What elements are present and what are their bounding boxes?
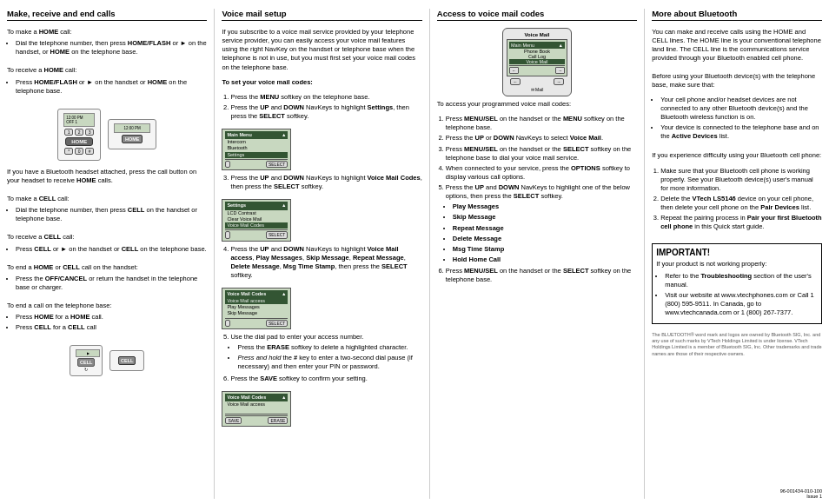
- col1-home-receive-list: Press HOME/FLASH or ► on the handset or …: [16, 78, 207, 96]
- home-button: HOME: [65, 137, 93, 146]
- screen-vma-input-title: Voice Mail Codes ▲: [225, 394, 288, 401]
- screen-row-clear: Clear Voice Mail: [225, 216, 288, 222]
- screen-softkeys-2: SELECT: [225, 229, 288, 239]
- page-ref-text: 96-001434-010-100Issue 1: [780, 488, 822, 499]
- col1-title: Make, receive and end calls: [7, 9, 207, 21]
- col1-bluetooth-text: If you have a Bluetooth headset attached…: [7, 168, 207, 185]
- important-bullets: Refer to the Troubleshooting section of …: [665, 272, 818, 318]
- col2-step2: Press the UP and DOWN NavKeys to highlig…: [230, 103, 421, 121]
- col2-screen-area-2: Settings ▲ LCD Contrast Clear Voice Mail…: [222, 199, 421, 241]
- screen-row-lcd: LCD Contrast: [225, 210, 288, 216]
- col1-cell-receive: To receive a CELL call: Press CELL or ► …: [7, 233, 207, 255]
- col4-diff-step2: Delete the VTech LS5146 device on your c…: [660, 195, 822, 212]
- col4-bullet2: Your device is connected to the telephon…: [660, 123, 822, 141]
- base-buttons: HOME: [114, 135, 150, 143]
- column-4: More about Bluetooth You can make and re…: [652, 9, 822, 499]
- handset-image-area: 12:00 PM OFF 1 1 2 3 HOME * 0 #: [7, 109, 207, 161]
- col2-screen-area-3: Voice Mail Codes ▲ Voice Mail access Pla…: [222, 288, 421, 329]
- page-ref: 96-001434-010-100Issue 1: [652, 485, 822, 499]
- cell-device-image-area: ▶ CELL ↻ CELL: [7, 345, 207, 376]
- col1-bluetooth-note: If you have a Bluetooth headset attached…: [7, 168, 207, 188]
- handset-keys: 1 2 3: [63, 129, 95, 136]
- screen-main-menu-title: Main Menu ▲: [225, 131, 288, 139]
- col2-screen-area: Main Menu ▲ Intercom Bluetooth Settings …: [222, 129, 421, 170]
- col2-step5: Use the dial pad to enter your access nu…: [230, 333, 421, 372]
- col4-para2: Before using your Bluetooth device(s) wi…: [652, 72, 822, 90]
- base-home-button: HOME: [122, 135, 143, 143]
- screen-vmc-title: Voice Mail Codes ▲: [225, 290, 288, 298]
- cell-button: CELL: [77, 358, 95, 367]
- important-intro: If your product is not working properly:: [656, 260, 818, 269]
- col2-title: Voice mail setup: [222, 9, 421, 21]
- vm-screen: Main Menu ▲ Phone Book Call Log Voice Ma…: [507, 39, 567, 76]
- col3-steps-list: Press MENU/SEL on the handset or the MEN…: [446, 115, 637, 286]
- screen-softkeys-3: SELECT: [225, 318, 288, 328]
- handset-device-home: 12:00 PM OFF 1 1 2 3 HOME * 0 #: [57, 109, 101, 161]
- column-3: Access to voice mail codes Voice Mail Ma…: [437, 9, 637, 499]
- col3-opt-play: Play Messages: [453, 202, 637, 211]
- key-hash: #: [85, 148, 94, 155]
- screen-vmc: Voice Mail Codes ▲ Voice Mail access Pla…: [222, 288, 291, 329]
- column-2: Voice mail setup If you subscribe to a v…: [222, 9, 421, 499]
- page: Make, receive and end calls To make a HO…: [0, 0, 829, 504]
- col2-setup-intro: To set your voice mail codes:: [222, 78, 421, 87]
- col3-intro: To access your programmed voice mail cod…: [437, 100, 637, 109]
- base-cell-device: CELL: [109, 350, 144, 371]
- important-box: IMPORTANT! If your product is not workin…: [652, 243, 822, 324]
- screen-row-skip: Skip Message: [225, 310, 288, 316]
- col4-diff-step3: Repeat the pairing process in Pair your …: [660, 214, 822, 231]
- screen-softkeys-1: SELECT: [225, 159, 288, 169]
- col4-title: More about Bluetooth: [652, 9, 822, 21]
- col1-home-receive-item1: Press HOME/FLASH or ► on the handset or …: [16, 78, 207, 96]
- col3-step4: When connected to your service, press th…: [446, 164, 637, 182]
- col3-title: Access to voice mail codes: [437, 9, 637, 21]
- screen-row-vmc: Voice Mail Codes: [225, 222, 288, 229]
- base-screen: 12:00 PM: [114, 123, 150, 133]
- cell-handset-screen: ▶: [76, 349, 100, 357]
- col3-step2: Press the UP or DOWN NavKeys to select V…: [446, 134, 637, 143]
- col3-opt-timestamp: Msg Time Stamp: [453, 245, 637, 254]
- col2-steps-list-2: Press the UP and DOWN NavKeys to highlig…: [230, 174, 421, 193]
- screen-row-play: Play Messages: [225, 304, 288, 310]
- col1-section-home-make: To make a HOME call: Dial the telephone …: [7, 28, 207, 59]
- screen-settings: Settings ▲ LCD Contrast Clear Voice Mail…: [222, 199, 291, 241]
- col3-opt-delete: Delete Message: [453, 235, 637, 243]
- col4-diff-step1: Make sure that your Bluetooth cell phone…: [660, 167, 822, 193]
- key-3: 3: [85, 129, 94, 136]
- col1-home-receive-intro: To receive a HOME call:: [7, 66, 207, 75]
- divider-1: [214, 9, 215, 499]
- col4-intro: You can make and receive calls using the…: [652, 28, 822, 63]
- col3-step3: Press MENU/SEL on the handset or the SEL…: [446, 145, 637, 162]
- screen-vma-input: Voice Mail Codes ▲ Voice Mail access SAV…: [222, 391, 291, 428]
- col2-steps-list-4: Use the dial pad to enter your access nu…: [230, 333, 421, 385]
- key-1: 1: [64, 129, 73, 136]
- col2-step4: Press the UP and DOWN NavKeys to highlig…: [230, 245, 421, 281]
- screen-row-bluetooth: Bluetooth: [225, 145, 288, 151]
- col2-step3: Press the UP and DOWN NavKeys to highlig…: [230, 174, 421, 191]
- col1-section-home-receive: To receive a HOME call: Press HOME/FLASH…: [7, 66, 207, 97]
- screen-row-intercom: Intercom: [225, 139, 288, 145]
- col1-home-make-intro: To make a HOME call:: [7, 28, 207, 36]
- key-star: *: [64, 148, 73, 155]
- col2-screen-area-4: Voice Mail Codes ▲ Voice Mail access SAV…: [222, 391, 421, 428]
- col3-opt-skip: Skip Message: [453, 213, 637, 222]
- col1-cell-make: To make a CELL call: Dial the telephone …: [7, 195, 207, 226]
- screen-softkeys-4: SAVE ERASE: [225, 415, 288, 425]
- col3-step6: Press MENU/SEL on the handset or the SEL…: [446, 267, 637, 284]
- column-1: Make, receive and end calls To make a HO…: [7, 9, 207, 499]
- col2-steps-list: Press the MENU softkey on the telephone …: [230, 93, 421, 123]
- key-0: 0: [75, 148, 83, 155]
- screen-row-vma: Voice Mail access: [225, 298, 288, 304]
- screen-main-menu: Main Menu ▲ Intercom Bluetooth Settings …: [222, 129, 291, 170]
- col1-end-base: To end a call on the telephone base: Pre…: [7, 302, 207, 335]
- voice-mail-device: Voice Mail Main Menu ▲ Phone Book Call L…: [502, 28, 572, 96]
- col3-step5: Press the UP and DOWN NavKeys to highlig…: [446, 183, 637, 264]
- col1-home-make-list: Dial the telephone number, then press HO…: [16, 39, 207, 56]
- col3-step1: Press MENU/SEL on the handset or the MEN…: [446, 115, 637, 132]
- screen-row-settings: Settings: [225, 152, 288, 158]
- screen-settings-title: Settings ▲: [225, 202, 288, 209]
- handset-abc-keys: * 0 #: [63, 148, 95, 155]
- col2-steps-list-3: Press the UP and DOWN NavKeys to highlig…: [230, 245, 421, 282]
- col3-opt-repeat: Repeat Message: [453, 224, 637, 233]
- divider-3: [644, 9, 645, 499]
